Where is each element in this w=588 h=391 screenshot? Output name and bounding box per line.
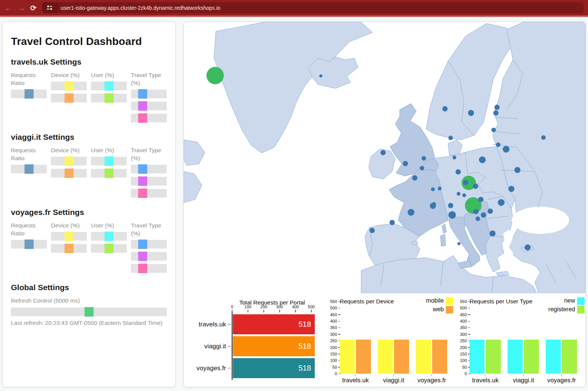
slider-column-travel-type: Travel Type (%)	[131, 146, 167, 201]
slider-thumb[interactable]	[105, 93, 114, 103]
viaggi-it-device-slider-2[interactable]	[51, 169, 87, 178]
slider-column-label: Travel Type (%)	[131, 221, 167, 237]
slider-thumb[interactable]	[65, 81, 74, 91]
slider-column-requests-ratio: Requests Ratio	[11, 71, 47, 126]
slider-thumb[interactable]	[138, 101, 147, 111]
slider-thumb[interactable]	[105, 168, 114, 178]
map-city-dot	[430, 203, 436, 209]
travels-uk-requests-ratio-slider-1[interactable]	[11, 90, 47, 98]
slider-thumb[interactable]	[65, 232, 74, 241]
settings-panel: Travel Control Dashboard travels.uk Sett…	[2, 22, 175, 387]
black-sea	[512, 207, 569, 234]
refresh-control-label: Refresh Control (5000 ms)	[11, 297, 167, 304]
x-tick-mark	[295, 310, 296, 312]
viaggi-it-travel-type-slider-3[interactable]	[131, 189, 167, 198]
voyages-fr-device-slider-1[interactable]	[51, 232, 87, 241]
slider-thumb[interactable]	[105, 232, 114, 241]
travels-uk-travel-type-slider-3[interactable]	[131, 114, 167, 122]
slider-thumb[interactable]	[138, 240, 147, 249]
slider-thumb[interactable]	[138, 189, 147, 198]
slider-thumb[interactable]	[25, 240, 34, 249]
travels-uk-registered-bar	[486, 340, 501, 374]
voyages-fr-travel-type-slider-3[interactable]	[131, 264, 167, 273]
slider-column-label: Device (%)	[51, 221, 87, 229]
country-greenland	[214, 22, 373, 153]
y-tick-label: 150	[457, 352, 467, 356]
travels-uk-travel-type-slider-2[interactable]	[131, 102, 167, 110]
island-corsica	[442, 224, 446, 233]
island-newfoundland-2	[184, 172, 202, 202]
y-tick-label: 450	[457, 312, 467, 317]
global-settings-heading: Global Settings	[11, 283, 167, 292]
travels-uk-user-slider-2[interactable]	[91, 94, 127, 102]
island-majorca	[412, 241, 418, 245]
url-bar[interactable]: user1-istio-gateway.apps.cluster-2zk4b.d…	[42, 2, 583, 13]
usertype-requests-chart: Requests per User Type050100150200250300…	[457, 296, 586, 387]
countries	[184, 22, 585, 293]
y-tick-mark	[338, 301, 340, 302]
voyages-fr-user-slider-2[interactable]	[91, 244, 127, 253]
slider-thumb[interactable]	[105, 156, 114, 166]
y-tick-label: 350	[457, 325, 467, 330]
slider-thumb[interactable]	[138, 113, 147, 123]
x-tick-mark	[263, 310, 264, 312]
travels-uk-user-slider-1[interactable]	[91, 82, 127, 90]
voyages-fr-device-slider-2[interactable]	[51, 244, 87, 253]
slider-thumb[interactable]	[138, 264, 147, 273]
slider-column-requests-ratio: Requests Ratio	[11, 221, 47, 276]
slider-thumb[interactable]	[138, 176, 147, 186]
voyages-fr-user-slider-1[interactable]	[91, 232, 127, 241]
sliders-grid: Requests RatioDevice (%)User (%)Travel T…	[11, 221, 167, 276]
slider-thumb[interactable]	[65, 168, 74, 178]
viaggi-it-travel-type-slider-1[interactable]	[131, 165, 167, 173]
travels-uk-device-slider-1[interactable]	[51, 82, 87, 90]
x-tick-label: 500	[304, 304, 319, 309]
slider-thumb[interactable]	[138, 89, 147, 99]
category-label: viaggi.it	[504, 377, 543, 384]
y-tick-label: 200	[457, 345, 467, 350]
island-crete	[496, 271, 509, 276]
category-tick	[355, 374, 356, 376]
slider-column-device: Device (%)	[51, 221, 87, 276]
viaggi-it-user-slider-1[interactable]	[91, 157, 127, 165]
refresh-control-slider[interactable]	[11, 308, 167, 316]
slider-thumb[interactable]	[138, 164, 147, 174]
reload-icon[interactable]: ⟳	[30, 4, 37, 12]
map-city-dot	[479, 156, 486, 163]
refresh-control-thumb[interactable]	[85, 307, 94, 317]
viaggi-it-travel-type-slider-2[interactable]	[131, 177, 167, 185]
category-label: viaggi.it	[374, 377, 413, 384]
forward-icon[interactable]: →	[17, 4, 25, 12]
slider-thumb[interactable]	[65, 156, 74, 166]
legend-swatch-registered	[577, 306, 585, 314]
slider-thumb[interactable]	[105, 81, 114, 91]
slider-thumb[interactable]	[105, 244, 114, 253]
voyages-fr-travel-type-slider-2[interactable]	[131, 252, 167, 261]
viaggi-it-user-slider-2[interactable]	[91, 169, 127, 178]
slider-thumb[interactable]	[25, 164, 34, 174]
bar-value-label: 518	[299, 336, 315, 356]
site-permissions-icon[interactable]	[42, 2, 58, 13]
voyages-fr-new-bar	[546, 340, 561, 374]
category-label: voyages.fr	[413, 377, 451, 384]
travels-uk-travel-type-slider-1[interactable]	[131, 90, 167, 98]
slider-thumb[interactable]	[138, 252, 147, 261]
viaggi-it-requests-ratio-slider-1[interactable]	[11, 165, 47, 173]
viaggi-it-registered-bar	[524, 340, 539, 374]
viaggi-it-device-slider-1[interactable]	[51, 157, 87, 165]
slider-thumb[interactable]	[25, 89, 34, 99]
y-tick-label: 400	[457, 319, 467, 323]
back-icon[interactable]: ←	[5, 4, 12, 12]
travels-uk-device-slider-2[interactable]	[51, 94, 87, 102]
map-city-dot	[514, 167, 520, 173]
slider-thumb[interactable]	[65, 93, 74, 103]
x-tick-label: 200	[256, 304, 271, 309]
browser-chrome: ← → ⟳ user1-istio-gateway.apps.cluster-2…	[0, 0, 588, 15]
slider-thumb[interactable]	[65, 244, 74, 253]
y-tick-mark	[338, 321, 340, 322]
voyages-fr-travel-type-slider-1[interactable]	[131, 240, 167, 249]
map-city-dot	[491, 128, 496, 132]
slider-column-label: Requests Ratio	[11, 71, 47, 87]
voyages-fr-requests-ratio-slider-1[interactable]	[11, 240, 47, 249]
category-label: viaggi.it	[185, 336, 226, 356]
